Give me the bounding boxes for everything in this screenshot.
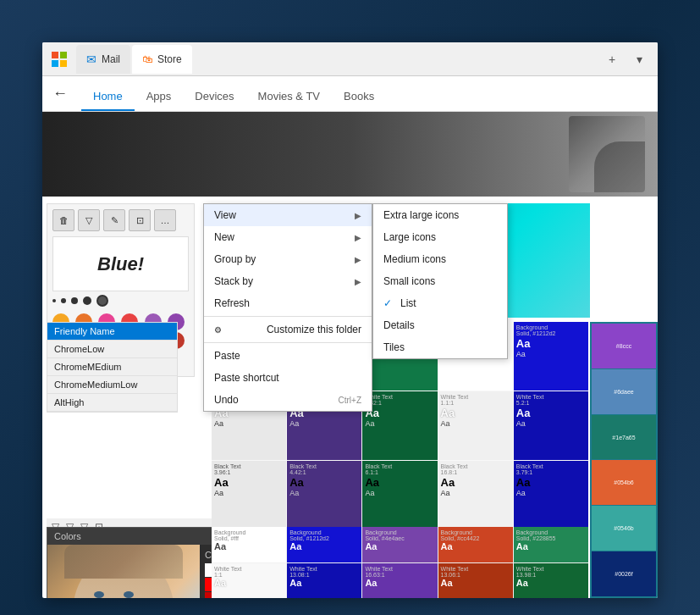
theme-card[interactable]: Black Text3.79:1 Aa Aa (514, 461, 588, 529)
svg-rect-3 (60, 60, 67, 67)
view-submenu: Extra large icons Large icons Medium ico… (372, 203, 508, 359)
theme-card[interactable]: BackgroundSolid, #fff Aa (212, 527, 286, 562)
nav-books[interactable]: Books (332, 76, 386, 111)
pen-size-3[interactable] (71, 297, 78, 304)
select-tool[interactable]: ⊡ (129, 209, 151, 231)
submenu-tiles[interactable]: Tiles (373, 336, 507, 358)
theme-aa-small: Aa (365, 419, 434, 428)
theme-card[interactable]: Black Text3.96:1 Aa Aa (212, 461, 286, 529)
pen-size-4[interactable] (83, 296, 91, 305)
color-list-item-friendly-name[interactable]: Friendly Name (47, 323, 177, 341)
theme-card[interactable]: Black Text6.1:1 Aa Aa (362, 461, 437, 529)
submenu-extra-large[interactable]: Extra large icons (373, 204, 507, 226)
color-chip-label: #8ccc (616, 343, 631, 349)
context-menu-customize[interactable]: ⚙ Customize this folder (204, 319, 372, 341)
nav-home[interactable]: Home (81, 76, 135, 111)
context-menu-group-by[interactable]: Group by ▶ (204, 248, 372, 270)
drone-body (594, 141, 645, 192)
theme-card[interactable]: BackgroundSolid, #cc4422 Aa (438, 527, 513, 562)
theme-aa-small: Aa (441, 419, 510, 428)
theme-aa: Aa (214, 578, 284, 588)
theme-card-label: Black Text4.42:1 (289, 463, 359, 475)
color-list-item-chromelow[interactable]: ChromeLow (47, 341, 177, 358)
context-menu-refresh[interactable]: Refresh (204, 292, 372, 314)
theme-card[interactable]: White Text3.42:1 Aa Aa (362, 391, 437, 460)
context-menu-undo[interactable]: Undo Ctrl+Z (204, 389, 372, 411)
theme-card[interactable]: BackgroundSolid, #4e4aec Aa (362, 527, 437, 562)
theme-aa: Aa (516, 578, 586, 588)
theme-aa: Aa (365, 578, 434, 588)
theme-card[interactable]: BackgroundSolid, #1212d2 Aa Aa (514, 322, 588, 391)
tab-mail[interactable]: ✉ Mail (76, 45, 130, 74)
theme-card[interactable]: BackgroundSolid, #1212d2 Aa (287, 527, 361, 562)
context-menu-stack-by[interactable]: Stack by ▶ (204, 270, 372, 292)
color-chip[interactable]: #8ccc (592, 324, 656, 368)
color-chip[interactable]: #0546b (592, 506, 656, 551)
color-chip-label: #1e7a65 (612, 435, 635, 440)
color-list-item-chromemediumlow[interactable]: ChromeMediumLow (47, 376, 177, 394)
color-chip[interactable]: #054b6 (592, 460, 656, 505)
theme-label: White Text13.98:1 (516, 566, 586, 578)
context-menu-separator (204, 316, 372, 317)
color-chip[interactable]: #1e7a65 (592, 415, 656, 460)
context-menu-paste[interactable]: Paste (204, 345, 372, 367)
theme-label: White Text13.08:1 (289, 566, 359, 578)
theme-card[interactable]: White Text13.08:1 Aa (287, 563, 361, 599)
theme-card[interactable]: Black Text16.8:1 Aa Aa (438, 461, 513, 529)
theme-aa-large: Aa (516, 337, 586, 350)
context-menu-view[interactable]: View ▶ (204, 204, 372, 226)
theme-card[interactable]: White Text1:1 Aa (212, 563, 286, 599)
theme-card[interactable]: White Text13.98:1 Aa (514, 563, 588, 599)
photo-preview (47, 545, 200, 598)
color-chip-label: #054b6 (614, 479, 633, 485)
theme-card[interactable]: BackgroundSolid, #228855 Aa (514, 527, 588, 562)
theme-card[interactable]: Black Text4.42:1 Aa Aa (287, 461, 361, 529)
nav-links: Home Apps Devices Movies & TV Books (81, 76, 386, 111)
pen-size-2[interactable] (61, 298, 66, 303)
nav-movies-tv[interactable]: Movies & TV (246, 76, 332, 111)
pen-size-5[interactable] (96, 295, 108, 307)
nav-devices[interactable]: Devices (183, 76, 245, 111)
submenu-details[interactable]: Details (373, 314, 507, 336)
submenu-medium[interactable]: Medium icons (373, 248, 507, 270)
filter-tool[interactable]: ▽ (78, 209, 100, 231)
nav-bar: ← Home Apps Devices Movies & TV Books (42, 76, 658, 112)
submenu-small[interactable]: Small icons (373, 270, 507, 292)
new-tab-button[interactable]: + (600, 47, 624, 71)
theme-card[interactable]: White Text16.63:1 Aa (362, 563, 437, 599)
edit-tool[interactable]: ✎ (103, 209, 125, 231)
theme-card-label: Black Text6.1:1 (365, 463, 434, 475)
color-chip[interactable]: #6daee (592, 369, 656, 414)
color-list-item-chromemedium[interactable]: ChromeMEdium (47, 358, 177, 376)
theme-label: BackgroundSolid, #fff (214, 529, 284, 541)
tab-dropdown-button[interactable]: ▾ (627, 47, 651, 71)
submenu-arrow: ▶ (355, 233, 361, 242)
pen-size-1[interactable] (52, 299, 56, 302)
theme-aa-small: Aa (289, 489, 359, 497)
color-list-item-althigh[interactable]: AltHigh (47, 394, 177, 412)
theme-aa: Aa (516, 541, 586, 551)
more-tool[interactable]: … (154, 209, 176, 231)
theme-aa-small: Aa (441, 489, 510, 497)
svg-rect-0 (52, 52, 58, 58)
back-button[interactable]: ← (52, 85, 68, 102)
tab-mail-label: Mail (102, 53, 120, 65)
trash-tool[interactable]: 🗑 (52, 209, 74, 231)
theme-aa-large: Aa (365, 476, 434, 489)
theme-aa-small: Aa (365, 489, 434, 497)
theme-card[interactable]: White Text13.06:1 Aa (438, 563, 513, 599)
theme-label: White Text13.06:1 (441, 566, 510, 578)
nav-apps[interactable]: Apps (135, 76, 184, 111)
tab-store[interactable]: 🛍 Store (132, 45, 192, 74)
context-menu-new[interactable]: New ▶ (204, 226, 372, 248)
color-chip[interactable]: #0026f (592, 551, 656, 596)
theme-aa-small: Aa (516, 350, 586, 358)
context-menu-paste-shortcut[interactable]: Paste shortcut (204, 367, 372, 389)
theme-cards-second: BackgroundSolid, #fff Aa BackgroundSolid… (212, 527, 588, 598)
submenu-large[interactable]: Large icons (373, 226, 507, 248)
submenu-list[interactable]: List (373, 292, 507, 314)
theme-card[interactable]: White Text1.1:1 Aa Aa (438, 391, 513, 460)
drone-image (569, 116, 645, 192)
theme-card[interactable]: White Text5.2:1 Aa Aa (514, 391, 588, 460)
theme-aa-large: Aa (516, 407, 586, 419)
